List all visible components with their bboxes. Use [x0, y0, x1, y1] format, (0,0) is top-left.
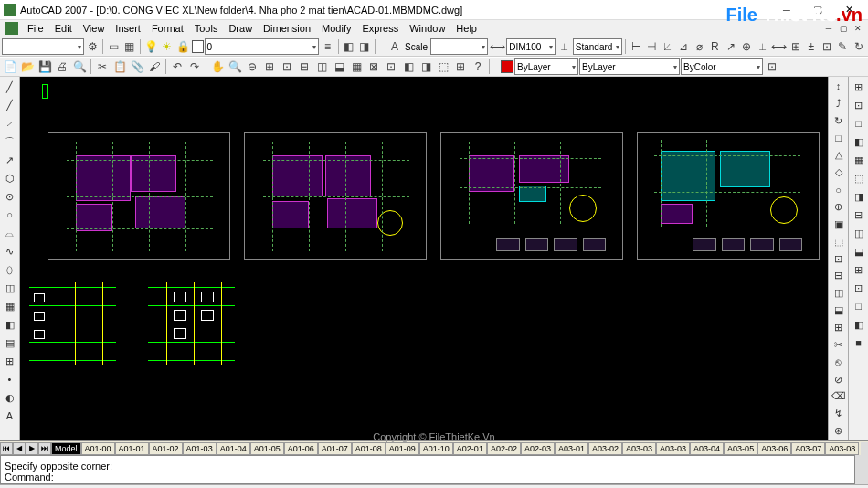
drawing-canvas[interactable] [20, 77, 828, 440]
extra-tool-14[interactable]: ■ [851, 334, 867, 351]
draw-tool-17[interactable]: ◐ [2, 389, 18, 406]
layout-tab-a03-03[interactable]: A03-03 [656, 442, 690, 455]
draw-tool-9[interactable]: ∿ [2, 243, 18, 260]
tb-icon[interactable]: ⚙ [85, 38, 100, 55]
extra-tool-10[interactable]: ⊞ [851, 261, 867, 278]
tb-btn-d[interactable]: ◧ [341, 38, 355, 55]
tb2-h[interactable]: ⊡ [383, 58, 399, 75]
layout-tab-a02-02[interactable]: A02-02 [487, 442, 521, 455]
layer-lightbulb-icon[interactable]: 💡 [143, 38, 159, 55]
menu-edit[interactable]: Edit [49, 23, 78, 34]
pan-icon[interactable]: ✋ [209, 58, 226, 75]
draw-tool-2[interactable]: ⟋ [2, 115, 18, 132]
layer-lock-icon[interactable]: 🔒 [175, 38, 191, 55]
layout-tab-a02-01[interactable]: A02-01 [453, 442, 487, 455]
layout-tab-model[interactable]: Model [51, 442, 81, 455]
dim-6[interactable]: R [707, 38, 722, 55]
draw-tool-1[interactable]: ╱ [2, 97, 18, 113]
draw-tool-0[interactable]: ╱ [2, 79, 18, 95]
redo-icon[interactable]: ↷ [186, 58, 203, 75]
layout-tab-a03-03[interactable]: A03-03 [622, 442, 656, 455]
layout-tab-a03-07[interactable]: A03-07 [791, 442, 825, 455]
dim-10[interactable]: ⟷ [770, 38, 787, 55]
dim-13[interactable]: ⊡ [820, 38, 834, 55]
tb2-b[interactable]: ⊡ [279, 58, 295, 75]
menu-dimension[interactable]: Dimension [258, 23, 316, 34]
layout-tab-a01-05[interactable]: A01-05 [250, 442, 284, 455]
layout-nav-2[interactable]: ▶ [26, 442, 38, 455]
save-icon[interactable]: 💾 [37, 58, 53, 75]
draw-tool-6[interactable]: ⊙ [2, 188, 18, 205]
extra-tool-0[interactable]: ⊞ [851, 79, 867, 95]
dim-5[interactable]: ⌀ [692, 38, 706, 55]
tb2-e[interactable]: ⬓ [331, 58, 347, 75]
extra-tool-4[interactable]: ▦ [851, 152, 867, 168]
color-swatch-red[interactable] [501, 60, 513, 73]
dimstyle-combo[interactable]: DIM100 [506, 38, 556, 55]
layout-tab-a01-10[interactable]: A01-10 [419, 442, 453, 455]
layer-combo[interactable]: 0 [205, 38, 320, 55]
modify-tool-17[interactable]: ⊘ [831, 372, 847, 387]
cut-icon[interactable]: ✂ [94, 58, 111, 75]
lineweight-combo[interactable]: ByColor [681, 58, 763, 75]
modify-tool-8[interactable]: ▣ [831, 217, 847, 232]
tb2-k[interactable]: ⬚ [435, 58, 451, 75]
dim-14[interactable]: ✎ [835, 38, 850, 55]
layout-tab-a01-06[interactable]: A01-06 [284, 442, 318, 455]
tb2-l[interactable]: ⊞ [452, 58, 469, 75]
modify-tool-0[interactable]: ↕ [831, 79, 847, 94]
layout-tab-a01-01[interactable]: A01-01 [115, 442, 149, 455]
preview-icon[interactable]: 🔍 [71, 58, 88, 75]
extra-tool-13[interactable]: ◧ [851, 316, 867, 333]
layout-tab-a03-01[interactable]: A03-01 [555, 442, 588, 455]
tb2-j[interactable]: ◨ [418, 58, 434, 75]
tb-btn-e[interactable]: ◨ [357, 38, 372, 55]
open-icon[interactable]: 📂 [19, 58, 36, 75]
extra-tool-8[interactable]: ◫ [851, 225, 867, 241]
extra-tool-5[interactable]: ⬚ [851, 170, 867, 186]
scale-combo[interactable] [430, 38, 488, 55]
tb2-f[interactable]: ▦ [348, 58, 365, 75]
tb2-g[interactable]: ⊠ [365, 58, 382, 75]
menu-insert[interactable]: Insert [110, 23, 146, 34]
extra-tool-6[interactable]: ◨ [851, 188, 867, 205]
layout-tab-a01-09[interactable]: A01-09 [386, 442, 419, 455]
undo-icon[interactable]: ↶ [169, 58, 185, 75]
tb2-n[interactable]: ⊡ [764, 58, 780, 75]
draw-tool-4[interactable]: ↗ [2, 152, 18, 168]
draw-tool-10[interactable]: ⬯ [2, 261, 18, 278]
menu-view[interactable]: View [78, 23, 111, 34]
dim-2[interactable]: ⊣ [644, 38, 659, 55]
menu-modify[interactable]: Modify [316, 23, 356, 34]
layout-tab-a03-05[interactable]: A03-05 [724, 442, 757, 455]
cmd-scrollbar[interactable] [855, 455, 868, 484]
dim-8[interactable]: ⊕ [739, 38, 754, 55]
modify-tool-11[interactable]: ⊟ [831, 268, 847, 283]
draw-tool-18[interactable]: A [2, 408, 18, 424]
extra-tool-9[interactable]: ⬓ [851, 243, 867, 260]
tb-btn-b[interactable]: ▦ [122, 38, 136, 55]
tb2-m[interactable]: ? [470, 58, 486, 75]
tb2-d[interactable]: ◫ [313, 58, 330, 75]
copy-icon[interactable]: 📋 [111, 58, 128, 75]
draw-tool-7[interactable]: ○ [2, 207, 18, 223]
modify-tool-2[interactable]: ↻ [831, 113, 847, 129]
layout-nav-3[interactable]: ⏭ [38, 442, 51, 455]
draw-tool-12[interactable]: ▦ [2, 298, 18, 314]
match-icon[interactable]: 🖌 [146, 58, 163, 75]
annoscale-icon[interactable]: A [387, 38, 402, 55]
tb-btn-c[interactable]: ≡ [320, 38, 334, 55]
modify-tool-10[interactable]: ⊡ [831, 251, 847, 267]
color-combo[interactable]: ByLayer [514, 58, 578, 75]
layout-tab-a01-02[interactable]: A01-02 [149, 442, 183, 455]
paste-icon[interactable]: 📎 [129, 58, 145, 75]
menu-window[interactable]: Window [404, 23, 450, 34]
layout-tab-a02-03[interactable]: A02-03 [521, 442, 555, 455]
draw-tool-15[interactable]: ⊞ [2, 353, 18, 369]
dim-12[interactable]: ± [804, 38, 819, 55]
menu-file[interactable]: File [22, 23, 49, 34]
workspace-combo[interactable] [2, 38, 84, 55]
dim-icon[interactable]: ⟷ [489, 38, 505, 55]
extra-tool-1[interactable]: ⊡ [851, 97, 867, 113]
modify-tool-18[interactable]: ⌫ [831, 388, 847, 404]
